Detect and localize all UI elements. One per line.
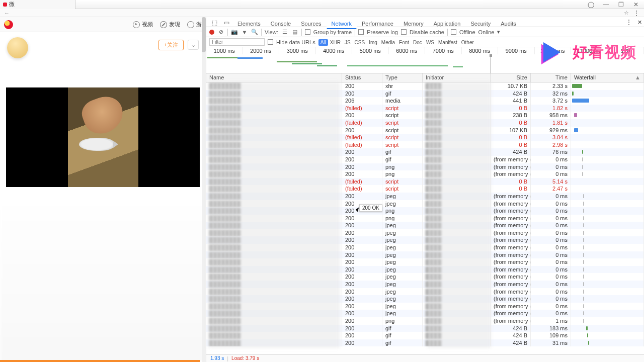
filter-manifest[interactable]: Manifest bbox=[436, 39, 459, 46]
filter-img[interactable]: Img bbox=[367, 39, 379, 46]
devtools-tabs: ⬚ ▭ ElementsConsoleSourcesNetworkPerform… bbox=[206, 17, 644, 27]
loading-progress-bar bbox=[0, 360, 200, 362]
disable-cache-checkbox[interactable] bbox=[401, 29, 407, 35]
load-stat: Load: 3.79 s bbox=[231, 355, 259, 361]
chrome-menu-icon[interactable]: ⋮ bbox=[633, 9, 640, 17]
capture-screenshot-icon[interactable]: 📷 bbox=[231, 29, 238, 36]
tab-game[interactable]: 游 bbox=[187, 21, 202, 28]
devtools-tab-console[interactable]: Console bbox=[266, 19, 296, 29]
device-toggle-icon[interactable]: ▭ bbox=[222, 19, 230, 27]
large-rows-icon[interactable]: ☰ bbox=[281, 29, 288, 36]
filter-input[interactable] bbox=[209, 38, 265, 46]
blurred-content bbox=[0, 201, 206, 362]
weibo-favicon-icon bbox=[3, 3, 7, 7]
inspect-element-icon[interactable]: ⬚ bbox=[210, 19, 218, 27]
more-dropdown[interactable]: ⌄ bbox=[188, 40, 199, 50]
address-bar: ← ☆ ⋮ bbox=[0, 9, 644, 17]
maximize-button[interactable]: ❐ bbox=[618, 2, 624, 8]
devtools-tab-application[interactable]: Application bbox=[429, 19, 466, 29]
page-scrollbar[interactable] bbox=[202, 17, 206, 362]
play-circle-icon bbox=[133, 21, 140, 28]
timeline-scrubber[interactable] bbox=[491, 54, 491, 73]
haokan-watermark: 好看视频 bbox=[537, 38, 637, 66]
game-icon bbox=[187, 21, 194, 28]
timeline-tick: 8000 ms bbox=[462, 47, 499, 54]
col-name[interactable]: Name bbox=[206, 73, 342, 82]
offline-checkbox[interactable] bbox=[451, 29, 456, 35]
browser-tab[interactable]: 微 bbox=[0, 0, 75, 9]
tab-title: 微 bbox=[9, 1, 15, 8]
tab-discover[interactable]: 发现 bbox=[160, 21, 180, 28]
filter-css[interactable]: CSS bbox=[353, 39, 367, 46]
timeline-tick: 1000 ms bbox=[206, 47, 243, 54]
col-time[interactable]: Time bbox=[531, 73, 571, 82]
account-icon[interactable]: ◯ bbox=[588, 2, 594, 8]
devtools-menu-icon[interactable]: ⋮ bbox=[625, 18, 632, 26]
mouse-cursor-icon bbox=[356, 208, 362, 216]
filter-xhr[interactable]: XHR bbox=[328, 39, 343, 46]
tab-video[interactable]: 视频 bbox=[133, 21, 153, 28]
network-status-bar: 1.93 s | Load: 3.79 s bbox=[206, 354, 644, 362]
profile-bar: +关注 ⌄ bbox=[0, 32, 206, 57]
group-by-frame-checkbox[interactable] bbox=[305, 29, 310, 35]
timeline-tick: 4000 ms bbox=[316, 47, 353, 54]
timeline-tick: 6000 ms bbox=[389, 47, 426, 54]
timeline-tick: 2000 ms bbox=[243, 47, 280, 54]
record-button[interactable] bbox=[209, 30, 214, 35]
bookmark-icon[interactable]: ☆ bbox=[624, 10, 629, 16]
overview-icon[interactable]: ▤ bbox=[291, 29, 298, 36]
filter-toggle-icon[interactable]: ▼ bbox=[241, 29, 248, 36]
filter-media[interactable]: Media bbox=[379, 39, 397, 46]
col-initiator[interactable]: Initiator bbox=[423, 73, 491, 82]
devtools-tab-audits[interactable]: Audits bbox=[496, 19, 521, 29]
follow-button[interactable]: +关注 bbox=[158, 40, 184, 50]
devtools-panel: ⬚ ▭ ElementsConsoleSourcesNetworkPerform… bbox=[206, 17, 644, 362]
table-header[interactable]: Name Status Type Initiator Size Time Wat… bbox=[206, 73, 644, 82]
timeline-tick: 9000 ms bbox=[498, 47, 535, 54]
timeline-tick: 3000 ms bbox=[279, 47, 316, 54]
col-waterfall[interactable]: Waterfall▲ bbox=[571, 73, 644, 82]
col-status[interactable]: Status bbox=[342, 73, 382, 82]
video-frame bbox=[68, 87, 138, 187]
devtools-tab-security[interactable]: Security bbox=[465, 19, 496, 29]
col-type[interactable]: Type bbox=[382, 73, 423, 82]
haokan-logo-icon bbox=[537, 38, 570, 66]
status-tooltip: 200 OK bbox=[359, 204, 382, 212]
preserve-log-checkbox[interactable] bbox=[358, 29, 364, 35]
domcontentloaded-stat: 1.93 s bbox=[210, 355, 224, 361]
col-size[interactable]: Size bbox=[491, 73, 531, 82]
timeline-tick: 5000 ms bbox=[352, 47, 389, 54]
throttling-select[interactable]: Online bbox=[478, 29, 495, 35]
filter-doc[interactable]: Doc bbox=[411, 39, 424, 46]
filter-ws[interactable]: WS bbox=[424, 39, 436, 46]
weibo-logo-icon[interactable] bbox=[4, 20, 13, 29]
network-toolbar: ⊘ 📷 ▼ 🔍 View: ☰ ▤ Group by frame Preserv… bbox=[206, 27, 644, 37]
video-player[interactable] bbox=[6, 87, 200, 187]
compass-icon bbox=[158, 20, 169, 30]
close-button[interactable]: ✕ bbox=[633, 2, 639, 8]
haokan-brand-text: 好看视频 bbox=[573, 42, 637, 63]
back-button[interactable]: ← bbox=[4, 10, 10, 16]
devtools-tab-network[interactable]: Network bbox=[327, 19, 357, 29]
devtools-tab-elements[interactable]: Elements bbox=[232, 19, 266, 29]
devtools-tab-memory[interactable]: Memory bbox=[398, 19, 429, 29]
minimize-button[interactable]: — bbox=[603, 2, 609, 8]
view-label: View: bbox=[265, 29, 278, 35]
filter-all[interactable]: All bbox=[318, 39, 328, 46]
devtools-tab-sources[interactable]: Sources bbox=[296, 19, 326, 29]
search-icon[interactable]: 🔍 bbox=[251, 29, 258, 36]
avatar[interactable] bbox=[7, 37, 28, 58]
weibo-header: 视频 发现 游 bbox=[0, 17, 206, 32]
filter-js[interactable]: JS bbox=[343, 39, 353, 46]
devtools-tab-performance[interactable]: Performance bbox=[357, 19, 398, 29]
timeline-tick: 7000 ms bbox=[425, 47, 462, 54]
hide-data-urls-checkbox[interactable] bbox=[268, 39, 273, 45]
filter-other[interactable]: Other bbox=[459, 39, 476, 46]
window-titlebar: 微 ◯ — ❐ ✕ bbox=[0, 0, 644, 9]
clear-button[interactable]: ⊘ bbox=[217, 29, 224, 36]
devtools-close-icon[interactable]: ✕ bbox=[637, 19, 642, 26]
page-viewport: 视频 发现 游 +关注 ⌄ bbox=[0, 17, 206, 362]
filter-font[interactable]: Font bbox=[397, 39, 411, 46]
